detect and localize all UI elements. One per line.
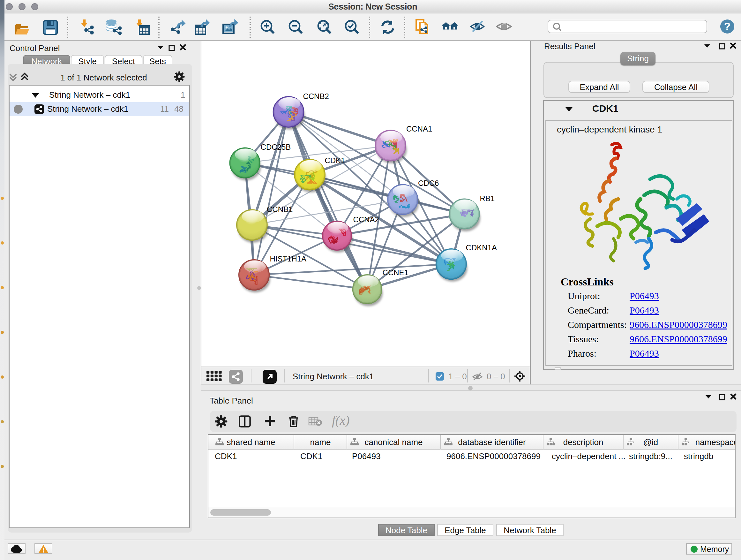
svg-text:CDC6: CDC6 [418, 179, 439, 187]
svg-text:CCNB1: CCNB1 [267, 205, 293, 213]
svg-text:RB1: RB1 [480, 194, 495, 203]
svg-text:CDK1: CDK1 [325, 156, 345, 165]
svg-text:?: ? [724, 20, 731, 32]
svg-text:CCNA2: CCNA2 [353, 215, 379, 224]
svg-text:HIST1H1A: HIST1H1A [270, 254, 307, 263]
svg-text:CCNB2: CCNB2 [303, 92, 329, 101]
svg-text:CCNA1: CCNA1 [406, 125, 432, 133]
svg-text:CDKN1A: CDKN1A [466, 243, 497, 252]
svg-text:CDC25B: CDC25B [261, 143, 291, 151]
svg-text:CCNE1: CCNE1 [383, 268, 408, 277]
